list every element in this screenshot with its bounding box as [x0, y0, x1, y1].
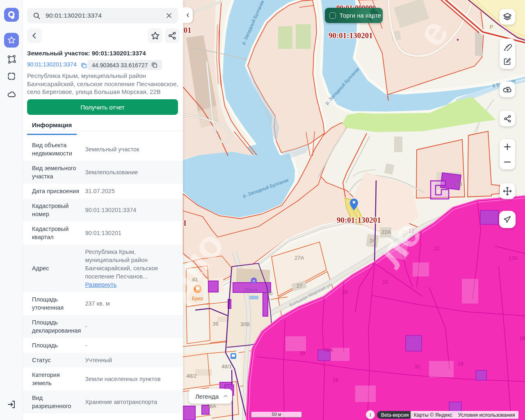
svg-text:28А: 28А	[324, 347, 333, 353]
svg-text:48/1: 48/1	[221, 363, 232, 370]
svg-text:28: 28	[333, 377, 338, 383]
svg-text:27А: 27А	[294, 255, 304, 261]
svg-text:48/2: 48/2	[186, 373, 196, 379]
svg-text:201: 201	[183, 26, 192, 34]
svg-text:90:01:130201: 90:01:130201	[337, 216, 381, 224]
svg-text:17А: 17А	[509, 256, 518, 261]
svg-text:P: P	[490, 24, 493, 30]
svg-text:27: 27	[297, 283, 302, 289]
svg-text:16: 16	[458, 361, 463, 367]
svg-text:✶: ✶	[252, 279, 256, 283]
svg-text:90:01:130201: 90:01:130201	[329, 31, 373, 40]
svg-text:31: 31	[415, 364, 420, 370]
svg-text:23: 23	[382, 279, 388, 285]
svg-text:19: 19	[519, 336, 525, 341]
svg-text:30: 30	[267, 290, 272, 297]
svg-text:38А: 38А	[207, 403, 216, 409]
svg-text:26: 26	[342, 290, 348, 295]
svg-text:1: 1	[183, 219, 187, 227]
svg-text:30В: 30В	[240, 321, 250, 327]
svg-text:39: 39	[212, 321, 218, 327]
svg-text:29: 29	[299, 351, 305, 356]
svg-text:18: 18	[456, 181, 462, 187]
svg-text:21: 21	[434, 246, 440, 251]
svg-text:Ольга: Ольга	[244, 287, 258, 292]
